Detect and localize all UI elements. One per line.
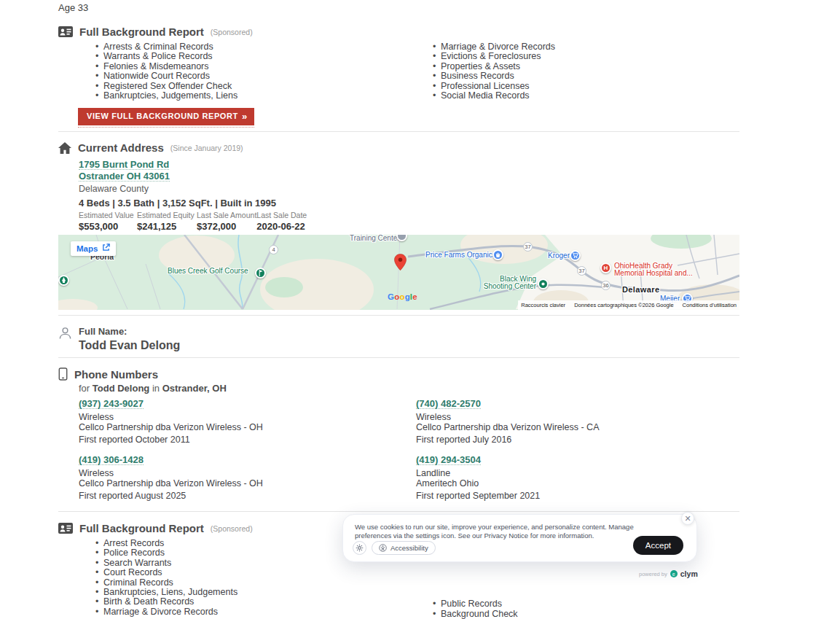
phone-number-link[interactable]: (419) 294-3504 [416,455,481,465]
poi-marker-black-wing[interactable] [538,279,549,289]
report-feature-item: Nationwide Court Records [95,71,238,81]
terms-link[interactable]: Conditions d'utilisation [683,302,737,308]
cart-icon [572,252,578,259]
phone-first-reported: First reported October 2011 [79,435,416,445]
phone-number-link[interactable]: (937) 243-9027 [79,399,144,409]
stat-label: Estimated Value [79,211,137,219]
map-data-label: Données cartographiques ©2026 Google [574,302,673,308]
id-card-icon [58,26,73,37]
view-full-report-button-red[interactable]: VIEW FULL BACKGROUND REPORT» [78,108,254,125]
golf-flag-icon [258,270,264,276]
report-feature-item: Court Records [95,568,238,577]
since-tag: (Since January 2019) [170,144,243,152]
section-divider [58,511,739,512]
target-dot-icon [540,281,546,287]
report-feature-item: Birth & Death Records [95,597,238,607]
phone-carrier: Ameritech Ohio [416,478,739,488]
report-feature-item: Warrants & Police Records [95,52,238,61]
section-title: Full Background Report [79,522,204,534]
phone-carrier: Cellco Partnership dba Verizon Wireless … [416,422,739,432]
age-label: Age 33 [58,0,739,13]
stat-value: $241,125 [137,221,197,232]
poi-marker-hospital[interactable]: H [600,262,611,273]
stat-value: $372,000 [197,221,256,232]
location-pin-icon[interactable] [393,254,408,278]
poi-label-golf-course[interactable]: Blues Creek Golf Course [168,267,248,275]
phone-number-link[interactable]: (419) 306-1428 [79,455,144,465]
full-name-section: Full Name: Todd Evan Delong [58,326,739,352]
poi-label-kroger[interactable]: Kroger [548,252,570,260]
phone-type: Wireless [416,412,739,422]
keyboard-shortcuts-link[interactable]: Raccourcis clavier [521,302,565,308]
property-stat: Last Sale Amount $372,000 [197,211,256,232]
accept-button[interactable]: Accept [633,536,683,555]
report-feature-item: Bankruptcies, Liens, Judgements [95,588,238,597]
phone-entry: (419) 294-3504 Landline Ameritech Ohio F… [416,455,739,501]
powered-by-badge[interactable]: powered by e clym [639,569,698,578]
phone-entry: (419) 306-1428 Wireless Cellco Partnersh… [79,455,416,501]
poi-marker-golf-course[interactable] [255,268,266,279]
stat-value: $553,000 [79,221,137,232]
poi-marker-kroger[interactable] [570,250,581,261]
poi-label-price-farms[interactable]: Price Farms Organics [425,251,496,259]
report-feature-item: Evictions & Foreclosures [433,52,555,61]
phone-number-link[interactable]: (740) 482-2570 [416,399,481,409]
phone-type: Landline [416,468,739,478]
property-details: 4 Beds | 3.5 Bath | 3,152 SqFt. | Built … [79,198,739,209]
report-feature-item: Professional Licenses [433,82,555,91]
external-link-icon [102,244,110,253]
report-feature-item: Properties & Assets [433,62,555,71]
home-icon [58,142,71,154]
route-shield-36: 36 [601,281,611,290]
close-button[interactable]: ✕ [681,512,694,525]
poi-marker-park[interactable] [58,275,69,286]
report-feature-list-left: Arrest RecordsPolice RecordsSearch Warra… [95,539,238,617]
street-address-link[interactable]: 1795 Burnt Pond Rd [79,160,169,170]
section-divider [58,357,739,358]
phone-type: Wireless [79,412,416,422]
maps-button[interactable]: Maps [71,241,116,256]
gear-icon [356,544,364,552]
powered-by-label: powered by [639,571,667,577]
cookie-settings-button[interactable] [353,541,366,555]
poi-label-hospital[interactable]: OhioHealth Grady Memorial Hospital and..… [614,262,693,277]
phone-carrier: Cellco Partnership dba Verizon Wireless … [79,478,416,488]
report-feature-item: Arrests & Criminal Records [95,42,238,52]
poi-label-training-center[interactable]: Training Center [350,235,400,242]
report-feature-item: Public Records [433,599,552,609]
poi-label-black-wing[interactable]: Black Wing Shooting Center [479,276,536,290]
report-feature-item: Criminal Records [95,578,238,588]
cookie-banner: We use cookies to run our site, improve … [342,514,697,562]
route-shield-37-north: 37 [523,242,533,252]
phone-numbers-section: Phone Numbers for Todd Delong in Ostrand… [58,367,739,501]
report-feature-item: Registered Sex Offender Check [95,82,238,91]
background-report-section-top: Full Background Report (Sponsored) Arres… [58,26,739,128]
county-label: Delaware County [79,184,739,194]
property-stat: Last Sale Date 2020-06-22 [256,211,307,232]
report-feature-item: Police Records [95,548,238,558]
report-feature-item: Felonies & Misdemeanors [95,62,238,71]
poi-label-delaware[interactable]: Delaware [622,285,660,294]
phone-icon [58,367,68,381]
clym-brand: clym [680,569,698,578]
phone-type: Wireless [79,468,416,478]
stat-label: Estimated Equity [137,211,197,219]
city-state-zip-link[interactable]: Ostrander OH 43061 [79,171,170,182]
accessibility-button[interactable]: Accessibility [372,541,436,555]
stat-label: Last Sale Date [256,211,307,219]
property-stat: Estimated Value $553,000 [79,211,137,232]
stat-label: Last Sale Amount [197,211,256,219]
route-shield-37-south: 37 [577,266,586,276]
chevron-right-icon: » [242,111,246,122]
report-feature-item: Search Warrants [95,558,238,568]
phone-subtitle: for Todd Delong in Ostrander, OH [58,383,739,394]
property-stat: Estimated Equity $241,125 [137,211,197,232]
map-embed[interactable]: Maps Training Center Peoria Blues Creek … [58,235,739,310]
poi-marker-price-farms[interactable] [492,249,503,260]
basket-icon [495,252,501,258]
section-title: Full Background Report [79,26,204,38]
phone-entries: (937) 243-9027 Wireless Cellco Partnersh… [58,399,739,501]
map-attribution: Raccourcis clavier Données cartographiqu… [518,300,739,310]
phone-first-reported: First reported September 2021 [416,491,739,501]
hospital-icon: H [604,265,608,271]
